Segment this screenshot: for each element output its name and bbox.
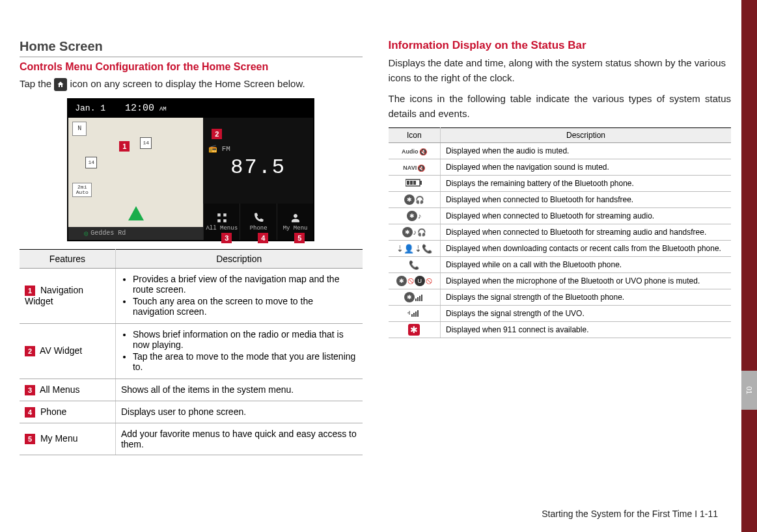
table-row: ✱♪Displayed when connected to Bluetooth … <box>389 208 732 224</box>
table-row: ✱Displayed when 911 connect is available… <box>389 322 732 338</box>
callout-badge: 2 <box>25 346 35 356</box>
bt-signal-icon: ✱ <box>404 292 424 302</box>
fm-label: 📻 FM <box>203 142 236 155</box>
svg-rect-8 <box>421 295 422 301</box>
icon-desc-cell: Displayed when downloading contacts or r… <box>441 241 732 257</box>
svg-rect-3 <box>410 181 413 185</box>
route-shield-icon: 14 <box>140 137 152 149</box>
intro-before: Tap the <box>20 78 54 89</box>
phone-icon <box>253 212 264 224</box>
callout-badge-5: 5 <box>294 233 305 243</box>
table-row: NAVI🔇Displayed when the navigation sound… <box>389 159 732 176</box>
intro-after: icon on any screen to display the Home S… <box>70 78 305 89</box>
section-title: Home Screen <box>20 39 363 57</box>
table-row: ✱Displays the signal strength of the Blu… <box>389 289 732 306</box>
feature-name-cell: 5 My Menu <box>20 423 115 455</box>
home-icon <box>54 78 67 91</box>
screenshot-time: 12:00 <box>125 103 154 114</box>
feature-name-cell: 1 Navigation Widget <box>20 268 115 323</box>
svg-rect-10 <box>413 313 415 317</box>
callout-badge-2: 2 <box>212 129 222 139</box>
bt-handsfree-icon: ✱🎧 <box>404 194 424 205</box>
current-road-label: ◎ Geddes Rd <box>68 227 203 240</box>
icon-cell: ✱ <box>389 289 441 306</box>
features-header-desc: Description <box>115 249 362 268</box>
compass-icon: N <box>72 122 87 136</box>
radio-frequency: 87.5 <box>230 155 286 180</box>
table-row: 3 All MenusShows all of the items in the… <box>20 379 363 401</box>
download-icon: ⇣👤 ⇣📞 <box>396 244 432 254</box>
svg-rect-2 <box>407 181 409 185</box>
icon-cell: ✱ <box>389 322 441 338</box>
callout-badge: 3 <box>25 385 35 395</box>
feature-desc-cell: Shows all of the items in the system men… <box>115 379 362 401</box>
uvo-signal-icon <box>407 309 420 317</box>
icon-desc-cell: Displays the signal strength of the UVO. <box>441 306 732 322</box>
icon-desc-cell: Displays the signal strength of the Blue… <box>441 289 732 306</box>
icon-desc-cell: Displayed when the navigation sound is m… <box>441 159 732 176</box>
icon-cell: ✱🎧 <box>389 192 441 208</box>
grid-icon <box>216 212 228 224</box>
icon-desc-cell: Displays the remaining battery of the Bl… <box>441 176 732 192</box>
svg-rect-5 <box>415 299 417 301</box>
side-color-bar: 01 <box>741 0 757 532</box>
info-p1: Displays the date and time, along with t… <box>389 56 732 85</box>
table-row: Displays the remaining battery of the Bl… <box>389 176 732 192</box>
features-header-name: Features <box>20 249 115 268</box>
feature-desc-cell: Displays user to phone screen. <box>115 401 362 423</box>
table-row: 2 AV WidgetShows brief information on th… <box>20 323 363 379</box>
icon-desc-cell: Displayed when connected to Bluetooth fo… <box>441 224 732 241</box>
icon-desc-cell: Displayed when the audio is muted. <box>441 143 732 159</box>
auto-zoom-icon: 2mi Auto <box>72 183 92 197</box>
icon-cell: ✱♪ <box>389 208 441 224</box>
callout-badge-1: 1 <box>119 141 130 152</box>
icon-cell: Audio🔇 <box>389 143 441 159</box>
911-icon: ✱ <box>408 324 420 336</box>
feature-name-cell: 3 All Menus <box>20 379 115 401</box>
callout-badge-4: 4 <box>258 233 268 243</box>
icon-cell: NAVI🔇 <box>389 159 441 176</box>
info-p2: The icons in the following table indicat… <box>389 92 732 121</box>
table-row: 📞Displayed while on a call with the Blue… <box>389 257 732 273</box>
icon-cell: ✱🚫 U🚫 <box>389 273 441 289</box>
vehicle-cursor-icon <box>128 206 144 220</box>
svg-rect-7 <box>419 296 420 301</box>
right-column: Information Display on the Status Bar Di… <box>389 39 732 512</box>
icon-cell: ✱♪🎧 <box>389 224 441 241</box>
icon-cell: 📞 <box>389 257 441 273</box>
manual-page: Home Screen Controls Menu Configuration … <box>0 0 757 532</box>
side-tab: 01 <box>741 371 757 410</box>
bt-audio-hf-icon: ✱♪🎧 <box>402 227 427 237</box>
intro-text: Tap the icon on any screen to display th… <box>20 77 363 92</box>
svg-rect-1 <box>420 181 422 185</box>
icon-desc-cell: Displayed when connected to Bluetooth fo… <box>441 192 732 208</box>
table-row: 4 PhoneDisplays user to phone screen. <box>20 401 363 423</box>
icons-header-desc: Description <box>441 128 732 143</box>
info-title: Information Display on the Status Bar <box>389 39 732 52</box>
route-shield-icon: 14 <box>85 157 97 168</box>
feature-desc-cell: Add your favorite menus to have quick an… <box>115 423 362 455</box>
feature-name-cell: 4 Phone <box>20 401 115 423</box>
callout-badge: 4 <box>25 407 35 418</box>
battery-icon <box>406 179 422 187</box>
svg-rect-11 <box>415 312 417 317</box>
nav-widget[interactable]: N 14 14 2mi Auto ◎ Geddes Rd <box>68 118 203 240</box>
table-row: ✱🚫 U🚫Displayed when the microphone of th… <box>389 273 732 289</box>
table-row: 1 Navigation WidgetProvides a brief view… <box>20 268 363 323</box>
icon-desc-cell: Displayed when the microphone of the Blu… <box>441 273 732 289</box>
feature-desc-cell: Provides a brief view of the navigation … <box>115 268 362 323</box>
callout-badge-3: 3 <box>221 233 232 243</box>
screenshot-date: Jan. 1 <box>75 103 105 113</box>
features-table: Features Description 1 Navigation Widget… <box>20 249 363 455</box>
callout-badge: 1 <box>25 286 35 296</box>
icon-cell: ⇣👤 ⇣📞 <box>389 241 441 257</box>
screenshot-ampm: AM <box>159 106 167 113</box>
left-column: Home Screen Controls Menu Configuration … <box>20 39 363 512</box>
icon-desc-cell: Displayed when 911 connect is available. <box>441 322 732 338</box>
bt-audio-icon: ✱♪ <box>407 211 422 221</box>
table-row: ✱🎧Displayed when connected to Bluetooth … <box>389 192 732 208</box>
icon-desc-cell: Displayed while on a call with the Bluet… <box>441 257 732 273</box>
screenshot-topbar: Jan. 1 12:00 AM <box>68 100 313 118</box>
Audio-mute-icon: Audio🔇 <box>402 148 427 155</box>
table-row: ✱♪🎧Displayed when connected to Bluetooth… <box>389 224 732 241</box>
